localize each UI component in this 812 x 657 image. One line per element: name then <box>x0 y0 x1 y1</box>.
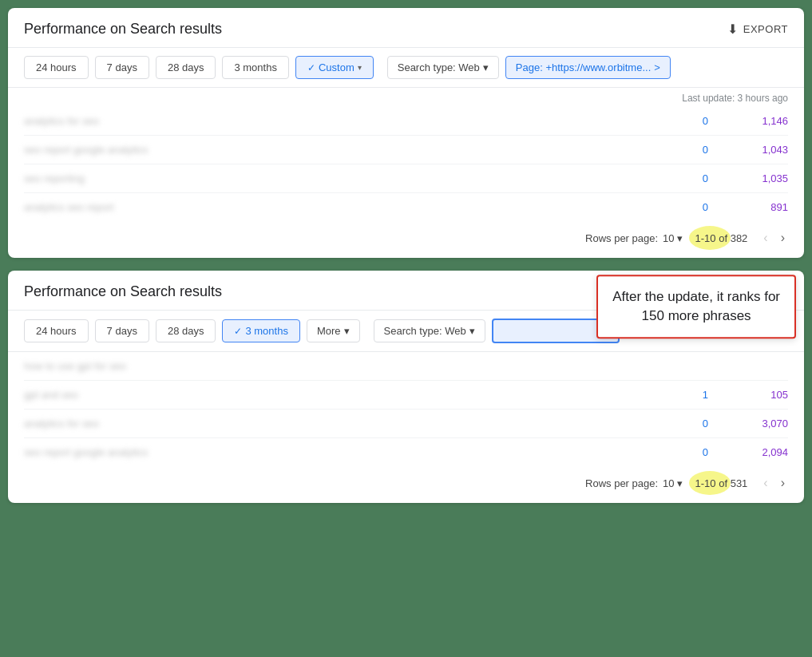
table-section-2: how to use gpt for seo gpt and seo 1 105… <box>8 352 804 466</box>
panel-2: Performance on Search results ⬇ EXPORT 2… <box>8 271 804 503</box>
row-val1-1-3: 0 <box>660 172 724 184</box>
rows-per-page-1: Rows per page: 10 ▾ <box>585 232 683 244</box>
row-label-1-2: seo report google analytics <box>24 144 660 156</box>
row-val2-1-1: 1,146 <box>724 115 788 127</box>
nav-next-2[interactable]: › <box>778 474 788 492</box>
page-info-1: 1-10 of 382 <box>695 232 748 244</box>
row-label-1-4: analytics seo report <box>24 201 660 213</box>
row-val2-2-3: 3,070 <box>724 418 788 429</box>
filter-7d-1[interactable]: 7 days <box>95 56 149 79</box>
row-val1-1-2: 0 <box>660 144 724 156</box>
filters-row-1: 24 hours 7 days 28 days 3 months ✓ Custo… <box>8 48 804 88</box>
table-row: how to use gpt for seo <box>24 352 788 381</box>
row-val1-1-4: 0 <box>660 201 724 213</box>
export-icon-1: ⬇ <box>727 22 739 37</box>
filter-custom-1[interactable]: ✓ Custom ▾ <box>295 56 374 79</box>
rows-count-2: 10 <box>663 477 674 489</box>
tooltip-text: After the update, it ranks for150 more p… <box>612 289 780 323</box>
panel-1-header: Performance on Search results ⬇ EXPORT <box>8 8 804 48</box>
rows-per-page-label-2: Rows per page: <box>585 477 658 489</box>
filter-28d-2[interactable]: 28 days <box>156 319 216 342</box>
page-info-2: 1-10 of 531 <box>695 477 748 489</box>
nav-next-1[interactable]: › <box>778 229 788 247</box>
check-icon-2: ✓ <box>234 326 242 337</box>
filter-sep-1 <box>380 58 381 77</box>
rows-dropdown-icon-1: ▾ <box>677 232 683 244</box>
dropdown-icon-search2: ▾ <box>469 325 475 337</box>
row-val1-2-4: 0 <box>660 446 724 458</box>
rows-dropdown-icon-2: ▾ <box>677 477 683 489</box>
filter-24h-2[interactable]: 24 hours <box>24 319 89 342</box>
nav-arrows-1: ‹ › <box>760 229 788 247</box>
export-button-1[interactable]: ⬇ EXPORT <box>727 22 788 37</box>
nav-arrows-2: ‹ › <box>760 474 788 492</box>
search-type-btn-2[interactable]: Search type: Web ▾ <box>374 319 485 342</box>
pagination-row-1: Rows per page: 10 ▾ 1-10 of 382 ‹ › <box>8 221 804 258</box>
row-val2-2-2: 105 <box>724 389 788 401</box>
filter-24h-1[interactable]: 24 hours <box>24 56 89 79</box>
page-text-1: 1-10 of 382 <box>695 232 748 244</box>
rows-per-page-label-1: Rows per page: <box>585 232 658 244</box>
rows-select-1[interactable]: 10 ▾ <box>663 232 682 244</box>
row-label-2-3: analytics for seo <box>24 418 660 429</box>
nav-prev-1[interactable]: ‹ <box>760 229 770 247</box>
panel-2-content: how to use gpt for seo gpt and seo 1 105… <box>8 352 804 503</box>
panel-1: Performance on Search results ⬇ EXPORT 2… <box>8 8 804 258</box>
last-update-1: Last update: 3 hours ago <box>8 88 804 107</box>
row-label-2-1: how to use gpt for seo <box>24 360 660 372</box>
export-label-1: EXPORT <box>743 23 788 35</box>
check-icon-1: ✓ <box>307 62 315 73</box>
row-val1-1-1: 0 <box>660 115 724 127</box>
pagination-row-2: Rows per page: 10 ▾ 1-10 of 531 ‹ › <box>8 466 804 503</box>
page-filter-btn-1[interactable]: Page: +https://www.orbitme... > <box>505 56 671 79</box>
dropdown-icon-more: ▾ <box>344 325 350 337</box>
row-label-2-4: seo report google analytics <box>24 446 660 458</box>
table-row: analytics for seo 0 1,146 <box>24 107 788 136</box>
row-val2-2-4: 2,094 <box>724 446 788 458</box>
row-label-1-1: analytics for seo <box>24 115 660 127</box>
rows-select-2[interactable]: 10 ▾ <box>663 477 682 489</box>
filter-3mo-1[interactable]: 3 months <box>222 56 288 79</box>
row-val2-1-2: 1,043 <box>724 144 788 156</box>
panel-1-title: Performance on Search results <box>24 21 222 38</box>
tooltip-box: After the update, it ranks for150 more p… <box>596 275 796 338</box>
row-val1-2-2: 1 <box>660 389 724 401</box>
panel-2-title: Performance on Search results <box>24 283 222 300</box>
rows-count-1: 10 <box>663 232 674 244</box>
row-val2-1-3: 1,035 <box>724 172 788 184</box>
table-row: seo report google analytics 0 1,043 <box>24 136 788 164</box>
row-val2-1-4: 891 <box>724 201 788 213</box>
dropdown-icon-custom: ▾ <box>358 63 362 72</box>
page-text-2: 1-10 of 531 <box>695 477 748 489</box>
table-section-1: analytics for seo 0 1,146 seo report goo… <box>8 107 804 221</box>
row-label-1-3: seo reporting <box>24 172 660 184</box>
table-row: analytics for seo 0 3,070 <box>24 410 788 438</box>
search-type-btn-1[interactable]: Search type: Web ▾ <box>387 56 499 79</box>
table-row: gpt and seo 1 105 <box>24 381 788 410</box>
rows-per-page-2: Rows per page: 10 ▾ <box>585 477 683 489</box>
row-val1-2-3: 0 <box>660 418 724 429</box>
row-label-2-2: gpt and seo <box>24 389 660 401</box>
table-row: analytics seo report 0 891 <box>24 193 788 221</box>
filter-3mo-2[interactable]: ✓ 3 months <box>222 319 299 342</box>
more-btn-2[interactable]: More ▾ <box>307 319 360 342</box>
chevron-right-icon-1: > <box>654 61 660 73</box>
filter-7d-2[interactable]: 7 days <box>95 319 149 342</box>
dropdown-icon-search1: ▾ <box>483 61 489 73</box>
nav-prev-2[interactable]: ‹ <box>760 474 770 492</box>
table-row: seo reporting 0 1,035 <box>24 164 788 193</box>
filter-28d-1[interactable]: 28 days <box>156 56 216 79</box>
filter-sep-2 <box>366 322 367 341</box>
table-row: seo report google analytics 0 2,094 <box>24 438 788 466</box>
